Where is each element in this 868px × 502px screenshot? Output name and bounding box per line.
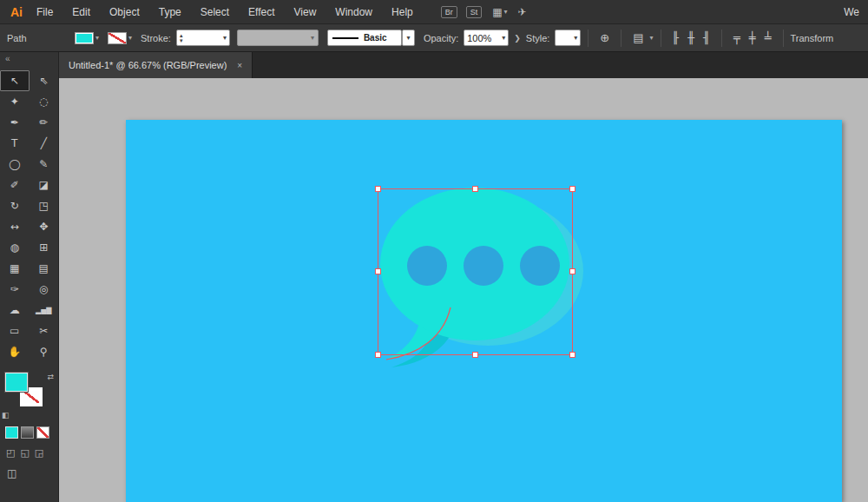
screen-mode-icon[interactable]: ◫ xyxy=(0,467,58,479)
style-chevron-icon[interactable]: ▾ xyxy=(574,34,577,42)
tool-ellipse[interactable]: ◯ xyxy=(0,154,30,175)
stroke-weight-input[interactable]: ▴ ▾ ▾ xyxy=(176,30,230,46)
align-right-icon[interactable]: ╢ xyxy=(703,31,710,44)
align-bottom-icon[interactable]: ╧ xyxy=(765,31,772,44)
tool-paintbrush[interactable]: ✎ xyxy=(30,154,59,175)
arrange-documents-chevron-icon[interactable]: ▾ xyxy=(504,8,508,16)
transform-panel-label[interactable]: Transform xyxy=(791,33,834,43)
fill-color-swatch[interactable] xyxy=(75,32,94,44)
align-left-icon[interactable]: ╟ xyxy=(673,31,680,44)
tool-mesh[interactable]: ▦ xyxy=(0,258,30,279)
tool-selection[interactable]: ↖ xyxy=(0,70,30,91)
brush-definition-dropdown[interactable]: ▾ xyxy=(237,30,319,46)
fill-swatch[interactable] xyxy=(5,373,28,392)
stroke-profile-chevron-icon[interactable]: ▾ xyxy=(406,34,410,42)
menu-file[interactable]: File xyxy=(36,6,65,18)
tool-zoom[interactable]: ⚲ xyxy=(30,341,59,362)
tool-curvature[interactable]: ✏ xyxy=(30,112,59,133)
tool-blend[interactable]: ◎ xyxy=(30,279,59,300)
tool-shape-builder[interactable]: ◍ xyxy=(0,237,30,258)
draw-normal-icon[interactable]: ◰ xyxy=(6,447,15,459)
tool-type[interactable]: T xyxy=(0,133,30,154)
menu-help[interactable]: Help xyxy=(391,6,425,18)
tool-rotate[interactable]: ↻ xyxy=(0,195,30,216)
selection-handle-n[interactable] xyxy=(472,186,478,192)
gradient-button[interactable] xyxy=(21,426,34,439)
menu-effect[interactable]: Effect xyxy=(248,6,286,18)
align-center-icon[interactable]: ╫ xyxy=(687,31,694,44)
opacity-input[interactable]: 100% ▾ xyxy=(464,30,509,46)
document-setup-globe-icon[interactable]: ⊕ xyxy=(600,31,609,44)
tool-perspective-grid[interactable]: ⊞ xyxy=(30,237,59,258)
menu-view[interactable]: View xyxy=(294,6,329,18)
variable-width-profile-dropdown[interactable]: Basic xyxy=(327,30,402,46)
tool-line-segment[interactable]: ╱ xyxy=(30,133,59,154)
menu-select[interactable]: Select xyxy=(201,6,241,18)
opacity-panel-arrow-icon[interactable]: ❯ xyxy=(514,34,521,43)
menu-edit[interactable]: Edit xyxy=(72,6,102,18)
tool-slice[interactable]: ✂ xyxy=(30,320,59,341)
graphic-style-dropdown[interactable]: ▾ xyxy=(555,30,581,46)
tool-width[interactable]: ↔ xyxy=(0,216,30,237)
preferences-chevron-icon[interactable]: ▾ xyxy=(650,34,654,42)
tool-artboard[interactable]: ▭ xyxy=(0,320,30,341)
tool-free-transform[interactable]: ✥ xyxy=(30,216,59,237)
selection-handle-w[interactable] xyxy=(375,268,381,274)
tool-gradient[interactable]: ▤ xyxy=(30,258,59,279)
align-top-icon[interactable]: ╤ xyxy=(733,31,740,44)
stock-button[interactable]: St xyxy=(466,6,483,18)
illustrator-window: Ai File Edit Object Type Select Effect V… xyxy=(0,0,868,502)
tab-close-icon[interactable]: × xyxy=(237,61,242,70)
stroke-chevron-icon[interactable]: ▾ xyxy=(128,34,132,42)
draw-inside-icon[interactable]: ◲ xyxy=(35,447,43,459)
document-tab[interactable]: Untitled-1* @ 66.67% (RGB/Preview) × xyxy=(59,52,253,78)
workspace-label[interactable]: We xyxy=(844,6,859,18)
divider xyxy=(588,30,589,47)
fill-color-control[interactable]: ▾ xyxy=(75,32,99,44)
tool-pen[interactable]: ✒ xyxy=(0,112,30,133)
canvas-area[interactable] xyxy=(59,78,868,502)
tool-lasso[interactable]: ◌ xyxy=(30,91,59,112)
selection-handle-se[interactable] xyxy=(569,352,575,358)
stepper-down-icon[interactable]: ▾ xyxy=(180,38,183,43)
menu-window[interactable]: Window xyxy=(335,6,385,18)
tool-hand[interactable]: ✋ xyxy=(0,341,30,362)
stroke-color-control[interactable]: ▾ xyxy=(108,32,132,44)
app-logo[interactable]: Ai xyxy=(10,5,23,19)
tool-magic-wand[interactable]: ✦ xyxy=(0,91,30,112)
tool-symbol-sprayer[interactable]: ☁ xyxy=(0,300,30,320)
tool-column-graph[interactable]: ▂▅▇ xyxy=(30,300,59,320)
selection-bounding-box[interactable] xyxy=(378,188,573,355)
draw-behind-icon[interactable]: ◱ xyxy=(20,447,29,459)
tool-scale[interactable]: ◳ xyxy=(30,195,59,216)
stroke-weight-stepper[interactable]: ▴ ▾ xyxy=(180,33,183,43)
bridge-button[interactable]: Br xyxy=(441,6,457,18)
share-icon[interactable]: ✈ xyxy=(518,6,527,18)
brush-chevron-icon[interactable]: ▾ xyxy=(311,34,314,42)
selection-handle-e[interactable] xyxy=(569,268,575,274)
panel-collapse-icon[interactable]: « xyxy=(0,52,58,66)
tool-direct-selection[interactable]: ⇖ xyxy=(30,70,59,91)
fill-chevron-icon[interactable]: ▾ xyxy=(95,34,99,42)
stroke-profile-chevron-button[interactable]: ▾ xyxy=(402,30,415,46)
opacity-chevron-icon[interactable]: ▾ xyxy=(502,34,505,42)
menu-type[interactable]: Type xyxy=(159,6,194,18)
preferences-icon[interactable]: ▤ xyxy=(633,31,643,44)
selection-handle-nw[interactable] xyxy=(375,186,381,192)
color-button[interactable] xyxy=(5,426,18,439)
selection-handle-s[interactable] xyxy=(472,352,478,358)
tool-eyedropper[interactable]: ✑ xyxy=(0,279,30,300)
none-button[interactable] xyxy=(36,426,49,439)
stroke-weight-chevron-icon[interactable]: ▾ xyxy=(223,34,227,42)
default-fill-stroke-icon[interactable]: ◧ xyxy=(2,411,10,419)
tool-eraser[interactable]: ◪ xyxy=(30,175,59,195)
swap-fill-stroke-icon[interactable]: ⇄ xyxy=(47,373,54,381)
menu-object[interactable]: Object xyxy=(109,6,152,18)
document-tab-title: Untitled-1* @ 66.67% (RGB/Preview) xyxy=(69,60,227,70)
arrange-documents-icon[interactable]: ▦ xyxy=(492,6,502,18)
tool-pencil[interactable]: ✐ xyxy=(0,175,30,195)
selection-handle-sw[interactable] xyxy=(375,352,381,358)
align-middle-icon[interactable]: ╪ xyxy=(749,31,756,44)
stroke-color-swatch[interactable] xyxy=(108,32,127,44)
selection-handle-ne[interactable] xyxy=(569,186,575,192)
